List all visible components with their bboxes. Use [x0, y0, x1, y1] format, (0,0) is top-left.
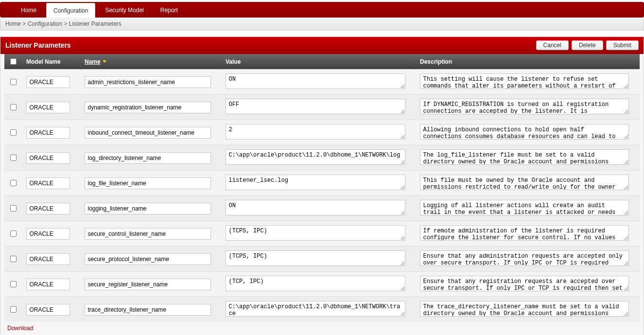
description-textarea[interactable]: [420, 149, 629, 165]
tab-report[interactable]: Report: [154, 3, 185, 17]
row-checkbox[interactable]: [10, 104, 17, 110]
table-row: [4, 70, 640, 95]
submit-button[interactable]: Submit: [606, 40, 639, 50]
listener-parameters-panel: Listener Parameters Cancel Delete Submit…: [0, 36, 644, 335]
description-textarea[interactable]: [420, 225, 629, 241]
panel-header: Listener Parameters Cancel Delete Submit: [0, 37, 644, 54]
row-checkbox[interactable]: [10, 129, 17, 136]
row-checkbox[interactable]: [10, 155, 17, 161]
model-name-input[interactable]: [26, 304, 70, 316]
value-textarea[interactable]: [226, 276, 405, 291]
column-header-model[interactable]: Model Name: [22, 54, 81, 70]
name-input[interactable]: [85, 102, 211, 113]
model-name-input[interactable]: [26, 127, 70, 139]
tab-configuration[interactable]: Configuration: [46, 3, 95, 18]
column-header-description[interactable]: Description: [416, 54, 640, 70]
row-checkbox[interactable]: [10, 205, 17, 212]
table-row: [4, 247, 640, 272]
description-textarea[interactable]: [420, 200, 629, 215]
breadcrumb-sep: >: [22, 20, 27, 27]
row-checkbox[interactable]: [10, 256, 17, 262]
table-row: [4, 120, 640, 145]
value-textarea[interactable]: [226, 99, 405, 114]
name-input[interactable]: [85, 152, 211, 164]
description-textarea[interactable]: [420, 124, 629, 140]
model-name-input[interactable]: [26, 76, 70, 88]
model-name-input[interactable]: [26, 152, 70, 164]
table-row: [4, 221, 640, 247]
delete-button[interactable]: Delete: [572, 40, 603, 50]
table-row: [4, 297, 640, 322]
value-textarea[interactable]: [226, 200, 405, 215]
row-checkbox[interactable]: [10, 79, 17, 85]
name-input[interactable]: [85, 253, 211, 265]
select-all-checkbox[interactable]: [10, 58, 17, 65]
name-input[interactable]: [85, 228, 211, 240]
download-link[interactable]: Download: [7, 325, 33, 332]
cancel-button[interactable]: Cancel: [536, 40, 569, 50]
table-row: [4, 171, 640, 196]
row-checkbox[interactable]: [10, 281, 17, 287]
value-textarea[interactable]: [226, 301, 405, 317]
breadcrumb-configuration[interactable]: Configuration: [28, 20, 62, 27]
value-textarea[interactable]: [226, 124, 405, 140]
value-textarea[interactable]: [226, 225, 405, 241]
column-header-value[interactable]: Value: [222, 54, 416, 70]
model-name-input[interactable]: [26, 253, 70, 265]
description-textarea[interactable]: [420, 73, 629, 89]
description-textarea[interactable]: [420, 276, 629, 291]
description-textarea[interactable]: [420, 175, 629, 190]
tab-security-model[interactable]: Security Model: [98, 3, 150, 17]
row-checkbox[interactable]: [10, 230, 17, 237]
value-textarea[interactable]: [226, 250, 405, 266]
row-checkbox[interactable]: [10, 180, 17, 186]
name-input[interactable]: [85, 279, 211, 290]
value-textarea[interactable]: [226, 149, 405, 165]
model-name-input[interactable]: [26, 279, 70, 290]
parameters-table: Model Name Name Value Description: [4, 54, 640, 322]
column-header-checkbox: [4, 54, 22, 70]
name-input[interactable]: [85, 203, 211, 214]
model-name-input[interactable]: [26, 177, 70, 189]
name-input[interactable]: [85, 304, 211, 316]
table-row: [4, 272, 640, 297]
description-textarea[interactable]: [420, 301, 629, 317]
breadcrumb-current: Listener Parameters: [69, 20, 122, 27]
breadcrumb-sep: >: [64, 20, 69, 27]
table-row: [4, 196, 640, 221]
column-header-name[interactable]: Name: [81, 54, 222, 70]
top-tabbar: Home Configuration Security Model Report: [0, 2, 644, 18]
row-checkbox[interactable]: [10, 306, 17, 313]
table-row: [4, 145, 640, 171]
description-textarea[interactable]: [420, 250, 629, 266]
sort-descending-icon: [103, 60, 106, 63]
model-name-input[interactable]: [26, 102, 70, 113]
name-input[interactable]: [85, 127, 211, 139]
name-input[interactable]: [85, 76, 211, 88]
table-row: [4, 95, 640, 120]
name-input[interactable]: [85, 177, 211, 189]
description-textarea[interactable]: [420, 99, 629, 114]
model-name-input[interactable]: [26, 228, 70, 240]
breadcrumb: Home > Configuration > Listener Paramete…: [0, 18, 644, 31]
tab-home[interactable]: Home: [14, 3, 43, 17]
value-textarea[interactable]: [226, 175, 405, 190]
model-name-input[interactable]: [26, 203, 70, 214]
value-textarea[interactable]: [226, 73, 405, 89]
column-header-name-label: Name: [85, 58, 101, 65]
breadcrumb-home[interactable]: Home: [5, 20, 21, 27]
panel-title: Listener Parameters: [5, 41, 71, 49]
